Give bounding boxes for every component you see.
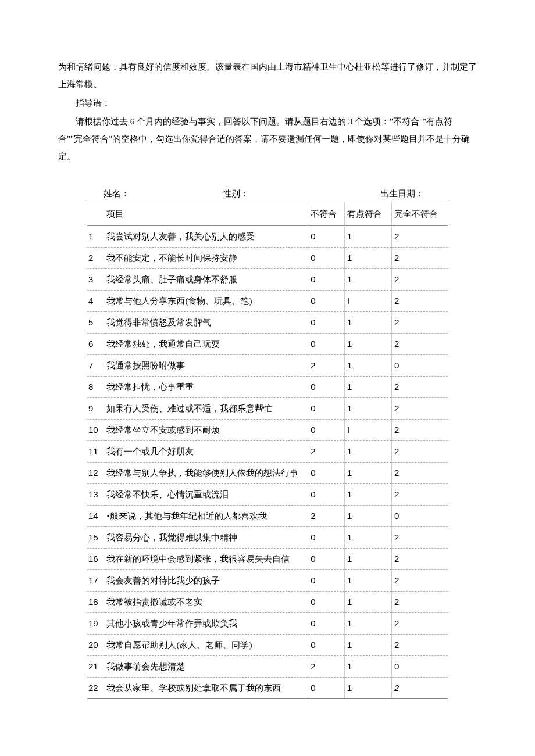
row-c3[interactable]: 2 (391, 613, 448, 635)
table-row: 15我容易分心，我觉得难以集中精神012 (87, 527, 448, 549)
header-c3: 完全不符合 (391, 202, 448, 226)
row-c3[interactable]: 2 (391, 398, 448, 420)
row-c2[interactable]: 1 (345, 592, 392, 613)
table-row: 20我常自愿帮助别人(家人、老师、同学)012 (87, 635, 448, 656)
row-c2[interactable]: I (345, 291, 392, 312)
row-c3[interactable]: 2 (391, 334, 448, 355)
row-item: 我会从家里、学校或别处拿取不属于我的东西 (105, 678, 308, 699)
table-row: 14•般来说，其他与我年纪相近的人都喜欢我210 (87, 506, 448, 527)
row-item: 我经常与别人争执，我能够使别人依我的想法行事 (105, 463, 308, 484)
table-row: 6我经常独处，我通常自己玩耍012 (87, 334, 448, 355)
row-c2[interactable]: 1 (345, 248, 392, 269)
row-c2[interactable]: 1 (345, 613, 392, 635)
row-c2[interactable]: 1 (345, 656, 392, 678)
row-c2[interactable]: 1 (345, 463, 392, 484)
row-c2[interactable]: 1 (345, 312, 392, 334)
row-num: 20 (87, 635, 105, 656)
row-c1[interactable]: 2 (308, 441, 345, 463)
row-num: 17 (87, 570, 105, 592)
row-c3[interactable]: 2 (391, 484, 448, 506)
row-num: 5 (87, 312, 105, 334)
row-c2[interactable]: 1 (345, 570, 392, 592)
row-c1[interactable]: 0 (308, 678, 345, 699)
row-c1[interactable]: 0 (308, 463, 345, 484)
row-c1[interactable]: 2 (308, 506, 345, 527)
table-row: 13我经常不快乐、心情沉重或流泪012 (87, 484, 448, 506)
row-num: 16 (87, 549, 105, 570)
row-c1[interactable]: 0 (308, 420, 345, 441)
table-row: 18我常被指责撒谎或不老实012 (87, 592, 448, 613)
row-c2[interactable]: 1 (345, 527, 392, 549)
row-c1[interactable]: 2 (308, 656, 345, 678)
row-c2[interactable]: 1 (345, 678, 392, 699)
row-c1[interactable]: 0 (308, 269, 345, 291)
row-c3[interactable]: 2 (391, 226, 448, 248)
row-c3[interactable]: 2 (391, 592, 448, 613)
row-c1[interactable]: 0 (308, 398, 345, 420)
row-c2[interactable]: 1 (345, 377, 392, 398)
row-c2[interactable]: 1 (345, 506, 392, 527)
intro-section: 为和情绪问题，具有良好的信度和效度。该量表在国内由上海市精神卫生中心杜亚松等进行… (58, 58, 477, 165)
row-c3[interactable]: 2 (391, 248, 448, 269)
row-c2[interactable]: 1 (345, 269, 392, 291)
row-item: 我通常按照吩咐做事 (105, 355, 308, 377)
row-c2[interactable]: 1 (345, 334, 392, 355)
row-c1[interactable]: 2 (308, 355, 345, 377)
row-c1[interactable]: 0 (308, 592, 345, 613)
row-item: •般来说，其他与我年纪相近的人都喜欢我 (105, 506, 308, 527)
row-item: 我不能安定，不能长时间保持安静 (105, 248, 308, 269)
gender-label: 性别： (223, 188, 356, 199)
table-row: 19其他小孩或青少年常作弄或欺负我012 (87, 613, 448, 635)
row-c2[interactable]: 1 (345, 226, 392, 248)
row-c1[interactable]: 0 (308, 377, 345, 398)
row-c1[interactable]: 0 (308, 570, 345, 592)
row-c1[interactable]: 0 (308, 312, 345, 334)
row-item: 我常被指责撒谎或不老实 (105, 592, 308, 613)
row-c3[interactable]: 2 (391, 549, 448, 570)
header-c2: 有点符合 (345, 202, 392, 226)
row-c3[interactable]: 2 (391, 269, 448, 291)
row-num: 6 (87, 334, 105, 355)
row-c2[interactable]: 1 (345, 484, 392, 506)
row-item: 我觉得非常愤怒及常发脾气 (105, 312, 308, 334)
row-num: 1 (87, 226, 105, 248)
row-c3[interactable]: 2 (391, 291, 448, 312)
row-c1[interactable]: 0 (308, 549, 345, 570)
row-c2[interactable]: 1 (345, 398, 392, 420)
row-c1[interactable]: 0 (308, 484, 345, 506)
row-c1[interactable]: 0 (308, 635, 345, 656)
row-c3[interactable]: 2 (391, 420, 448, 441)
row-item: 其他小孩或青少年常作弄或欺负我 (105, 613, 308, 635)
table-row: 16我在新的环境中会感到紧张，我很容易失去自信012 (87, 549, 448, 570)
row-item: 我经常担忧，心事重重 (105, 377, 308, 398)
row-num: 10 (87, 420, 105, 441)
row-c1[interactable]: 0 (308, 527, 345, 549)
row-c3[interactable]: 2 (391, 570, 448, 592)
row-c1[interactable]: 0 (308, 291, 345, 312)
row-num: 19 (87, 613, 105, 635)
row-c1[interactable]: 0 (308, 334, 345, 355)
row-c2[interactable]: 1 (345, 441, 392, 463)
row-c3[interactable]: 2 (391, 441, 448, 463)
row-num: 14 (87, 506, 105, 527)
row-c2[interactable]: 1 (345, 355, 392, 377)
row-c3[interactable]: 2 (391, 527, 448, 549)
row-num: 18 (87, 592, 105, 613)
row-c1[interactable]: 0 (308, 248, 345, 269)
row-c1[interactable]: 0 (308, 226, 345, 248)
row-item: 我有一个或几个好朋友 (105, 441, 308, 463)
row-item: 我做事前会先想清楚 (105, 656, 308, 678)
row-c3[interactable]: 0 (391, 506, 448, 527)
row-c3[interactable]: 2 (391, 463, 448, 484)
row-c3[interactable]: 2 (391, 312, 448, 334)
row-c2[interactable]: I (345, 420, 392, 441)
row-c2[interactable]: 1 (345, 635, 392, 656)
row-c3[interactable]: 2 (391, 635, 448, 656)
row-c3[interactable]: 0 (391, 355, 448, 377)
row-c3[interactable]: 0 (391, 656, 448, 678)
row-c3[interactable]: 2 (391, 377, 448, 398)
row-c1[interactable]: 0 (308, 613, 345, 635)
row-item: 我经常坐立不安或感到不耐烦 (105, 420, 308, 441)
row-c2[interactable]: 1 (345, 549, 392, 570)
row-c3[interactable]: 2 (391, 678, 448, 699)
